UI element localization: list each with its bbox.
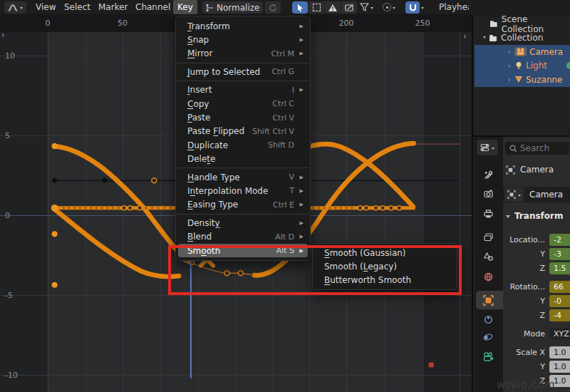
menu-item-interpolation-mode[interactable]: Interpolation ModeT▶ bbox=[176, 184, 310, 197]
expand-left-arrow[interactable]: › bbox=[1, 30, 5, 40]
tab-render[interactable] bbox=[482, 188, 494, 200]
submenu-arrow-icon: ▶ bbox=[297, 37, 304, 43]
outliner-item-camera[interactable]: › Camera bbox=[475, 45, 570, 59]
tab-object[interactable] bbox=[482, 294, 494, 306]
menu-view[interactable]: View bbox=[31, 0, 60, 14]
rotation-z-field[interactable]: -4 bbox=[549, 309, 570, 321]
menu-item-delete[interactable]: Delete bbox=[176, 153, 310, 166]
menu-item-label: Paste Flipped bbox=[187, 126, 244, 136]
scale-x-field[interactable]: 1.0 bbox=[549, 346, 570, 359]
expand-arrow-icon: › bbox=[506, 61, 513, 71]
menu-item-label: Delete bbox=[187, 154, 215, 164]
rotation-y-field[interactable]: -0 bbox=[549, 295, 570, 307]
rotation-mode-dropdown[interactable]: XYZ bbox=[549, 328, 570, 340]
menu-key[interactable]: Key bbox=[173, 0, 197, 14]
unselected-keyframe[interactable] bbox=[52, 178, 57, 183]
tab-view-layer[interactable] bbox=[482, 232, 494, 243]
submenu-arrow-icon: ▶ bbox=[297, 175, 304, 180]
keyframe[interactable] bbox=[51, 143, 57, 149]
unselected-keyframe[interactable] bbox=[103, 178, 108, 183]
location-y-field[interactable]: -3 bbox=[549, 248, 570, 260]
editor-type-button[interactable] bbox=[4, 1, 26, 14]
filter-button[interactable] bbox=[360, 0, 373, 14]
menu-item-label: Snap bbox=[187, 35, 209, 45]
fcurve-2[interactable] bbox=[55, 210, 179, 277]
menu-item-mirror[interactable]: MirrorCtrl M▶ bbox=[176, 47, 310, 61]
snap-button[interactable] bbox=[405, 0, 424, 14]
location-x-field[interactable]: -2 bbox=[549, 234, 570, 246]
tab-scene[interactable] bbox=[482, 251, 494, 262]
tab-output[interactable] bbox=[482, 208, 494, 220]
transform-panel-header[interactable]: Transform bbox=[506, 211, 563, 221]
data-selector-field[interactable]: Camera bbox=[503, 187, 570, 202]
menu-item-duplicate[interactable]: DuplicateShift D bbox=[176, 138, 310, 152]
breadcrumb-object-name[interactable]: Camera bbox=[520, 165, 554, 175]
menu-item-paste-flipped[interactable]: Paste FlippedShift Ctrl V bbox=[176, 125, 310, 138]
y-tick: -5 bbox=[5, 291, 13, 300]
location-z-field[interactable]: 1.5 bbox=[549, 262, 570, 274]
data-selector-value: Camera bbox=[529, 190, 563, 200]
chevron-down-icon bbox=[393, 7, 395, 11]
submenu-arrow-icon: ▶ bbox=[297, 202, 304, 207]
properties-search[interactable]: Search bbox=[505, 142, 569, 155]
rotation-x-field[interactable]: 66 bbox=[549, 281, 570, 293]
outliner-item-light[interactable]: › Light bbox=[475, 59, 570, 73]
menu-separator bbox=[177, 81, 309, 81]
tab-object-data[interactable] bbox=[482, 351, 494, 362]
menu-item-handle-type[interactable]: Handle TypeV▶ bbox=[176, 170, 310, 184]
proportional-editing-button[interactable] bbox=[383, 0, 395, 14]
properties-editor-type-button[interactable] bbox=[477, 140, 498, 155]
menu-item-blend[interactable]: BlendAlt D▶ bbox=[176, 229, 310, 243]
menu-select[interactable]: Select bbox=[60, 0, 95, 14]
normalize-label: Normalize bbox=[217, 3, 259, 13]
menu-item-label: Duplicate bbox=[187, 140, 228, 150]
menu-item-transform[interactable]: Transform▶ bbox=[176, 19, 310, 33]
proportional-editing-icon bbox=[383, 3, 391, 11]
outliner-item-suzanne[interactable]: › Suzanne bbox=[475, 73, 570, 87]
menu-item-easing-type[interactable]: Easing TypeCtrl E▶ bbox=[176, 198, 310, 212]
menu-item-label: Easing Type bbox=[187, 200, 238, 210]
menu-item-snap[interactable]: Snap▶ bbox=[176, 33, 310, 46]
menu-item-jump-to-selected[interactable]: Jump to SelectedCtrl G bbox=[176, 65, 310, 78]
keyframe[interactable] bbox=[52, 282, 58, 288]
warning-tool-button[interactable] bbox=[325, 1, 341, 14]
menu-item-label: Mirror bbox=[187, 48, 212, 58]
search-icon bbox=[509, 145, 517, 153]
key-menu-dropdown: Transform▶ Snap▶ MirrorCtrl M▶ Jump to S… bbox=[175, 16, 311, 261]
y-tick: 10 bbox=[5, 51, 15, 61]
menu-item-label: Copy bbox=[187, 99, 209, 109]
tab-world[interactable] bbox=[482, 271, 494, 282]
menu-item-copy[interactable]: CopyCtrl C bbox=[176, 97, 310, 110]
keyframe[interactable] bbox=[51, 205, 58, 212]
menu-item-insert[interactable]: InsertI▶ bbox=[176, 83, 310, 97]
submenu-arrow-icon: ▶ bbox=[297, 51, 304, 56]
chevron-down-icon bbox=[483, 36, 486, 40]
playhead-option-label[interactable]: Playhead bbox=[439, 0, 469, 14]
outliner-item-collection[interactable]: Collection bbox=[475, 31, 570, 46]
tab-tool[interactable] bbox=[482, 169, 494, 180]
fcurve-2b[interactable] bbox=[309, 144, 413, 207]
annotate-tool-button[interactable] bbox=[341, 1, 357, 14]
tab-constraints[interactable] bbox=[482, 314, 494, 325]
expand-arrow-icon: › bbox=[506, 47, 513, 56]
collection-icon bbox=[489, 20, 498, 28]
normalize-button[interactable]: Normalize bbox=[202, 1, 263, 14]
menu-channel[interactable]: Channel bbox=[131, 0, 175, 14]
menu-separator bbox=[177, 167, 309, 168]
menu-item-paste[interactable]: PasteCtrl V bbox=[176, 110, 310, 124]
collapse-sidebar-arrow[interactable]: ‹ bbox=[463, 31, 467, 41]
tab-physics[interactable] bbox=[482, 331, 494, 343]
select-box-tool-button[interactable] bbox=[309, 1, 324, 14]
menu-marker[interactable]: Marker bbox=[94, 0, 132, 14]
menu-item-density[interactable]: Density▶ bbox=[176, 216, 310, 229]
outliner-item-scene-collection[interactable]: Scene Collection bbox=[475, 17, 570, 31]
field-row: ModeXYZ bbox=[502, 326, 570, 341]
red-marker-square bbox=[429, 363, 434, 368]
scale-y-field[interactable]: 1.0 bbox=[549, 361, 570, 373]
field-row: Locatio...-2 bbox=[502, 232, 570, 247]
annotation-highlight bbox=[168, 245, 462, 295]
field-row: Y1.0 bbox=[502, 359, 570, 373]
refresh-icon[interactable] bbox=[265, 1, 281, 14]
keyframe[interactable] bbox=[52, 231, 58, 237]
tweak-tool-button[interactable] bbox=[292, 1, 308, 14]
